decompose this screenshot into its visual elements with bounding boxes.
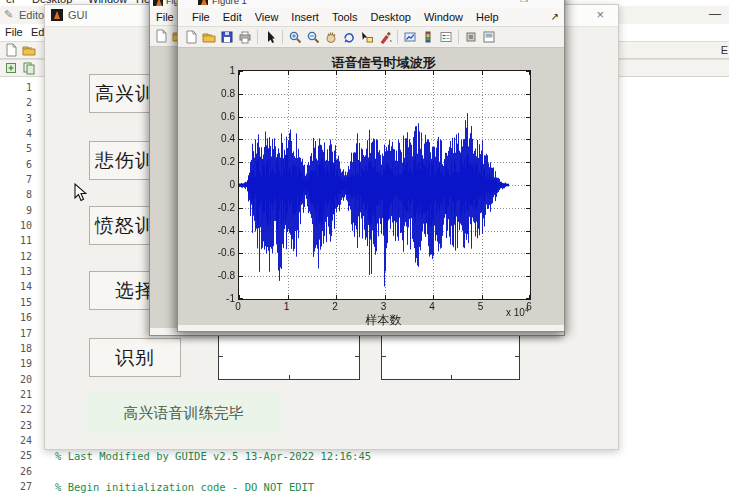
line-number: 13 <box>0 264 38 279</box>
gui-axes-empty-1 <box>218 331 360 380</box>
x-tick-label: 4 <box>422 301 442 312</box>
figure-title: Figure 1 <box>212 0 247 6</box>
line-number: 24 <box>0 433 38 448</box>
line-number: 11 <box>0 233 38 248</box>
maximize-icon[interactable] <box>481 29 497 45</box>
line-number: 27 <box>0 479 38 494</box>
editor-icon: ✎ <box>4 8 13 21</box>
cursor-icon[interactable] <box>262 29 278 45</box>
plot-axes <box>238 70 531 300</box>
matlab-icon <box>51 9 63 21</box>
line-number: 2 <box>0 95 38 110</box>
y-tick-label: -0.8 <box>209 270 235 281</box>
new-section-icon[interactable] <box>3 60 19 76</box>
figure-window: Figure 1 – ❐ FileEditViewInsertToolsDesk… <box>177 0 565 332</box>
status-label: 高兴语音训练完毕 <box>86 393 281 433</box>
data-cursor-icon[interactable] <box>359 29 375 45</box>
line-number: 19 <box>0 356 38 371</box>
line-number: 15 <box>0 295 38 310</box>
code-comment-line-27[interactable]: % Begin initialization code - DO NOT EDI… <box>55 481 314 493</box>
brush-icon[interactable] <box>377 29 393 45</box>
line-number: 18 <box>0 341 38 356</box>
editor-menu-file[interactable]: File <box>5 26 23 38</box>
x-tick-label: 3 <box>374 301 394 312</box>
dock-icon[interactable] <box>463 29 479 45</box>
window-control-icons[interactable]: – ❐ <box>496 0 536 4</box>
waveform-canvas <box>239 71 530 299</box>
y-tick-label: 1 <box>209 65 235 76</box>
overflow-arrow-icon: ↗ <box>551 11 559 22</box>
line-number: 3 <box>0 111 38 126</box>
axis-exponent-label: x 104 <box>506 306 529 318</box>
line-number: 14 <box>0 279 38 294</box>
y-tick-label: 0.4 <box>209 133 235 144</box>
line-number: 6 <box>0 157 38 172</box>
figure-menu-view[interactable]: View <box>255 11 279 23</box>
y-tick-label: -0.2 <box>209 202 235 213</box>
figure-menu-file[interactable]: File <box>192 11 210 23</box>
x-tick-label: 1 <box>277 301 297 312</box>
recognize-button[interactable]: 识别 <box>89 338 181 377</box>
desktop: erDesktopWindowHelp ✎ Editor - — FileEdi… <box>0 0 729 500</box>
pan-icon[interactable] <box>323 29 339 45</box>
line-number: 5 <box>0 141 38 156</box>
minimize-icon[interactable]: — <box>709 7 721 21</box>
print-icon[interactable] <box>237 29 253 45</box>
line-number-gutter: 1234567891011121314151617181920212223242… <box>0 80 38 494</box>
x-tick-label: 5 <box>471 301 491 312</box>
zoom-in-icon[interactable] <box>287 29 303 45</box>
line-number: 8 <box>0 187 38 202</box>
open-folder-icon[interactable] <box>201 29 217 45</box>
figure-menu-tools[interactable]: Tools <box>332 11 358 23</box>
new-file-icon[interactable] <box>183 29 199 45</box>
figure-menu-help[interactable]: Help <box>476 11 499 23</box>
line-number: 4 <box>0 126 38 141</box>
toolbar-separator <box>257 30 258 44</box>
open-folder-icon[interactable] <box>21 42 37 58</box>
y-tick-label: 0.2 <box>209 156 235 167</box>
line-number: 23 <box>0 418 38 433</box>
line-number: 25 <box>0 448 38 463</box>
line-number: 20 <box>0 372 38 387</box>
mouse-cursor-icon <box>73 183 87 203</box>
figure-toolbar <box>178 26 564 48</box>
line-number: 12 <box>0 249 38 264</box>
line-number: 21 <box>0 387 38 402</box>
figure-menu-desktop[interactable]: Desktop <box>371 11 411 23</box>
figure-menubar: FileEditViewInsertToolsDesktopWindowHelp… <box>178 8 564 26</box>
insert-cell-icon[interactable] <box>21 60 37 76</box>
insert-colorbar-icon[interactable] <box>420 29 436 45</box>
save-icon[interactable] <box>219 29 235 45</box>
toolbar-separator <box>282 30 283 44</box>
x-tick-label: 0 <box>228 301 248 312</box>
figure-menu-insert[interactable]: Insert <box>291 11 319 23</box>
figure-menu-edit[interactable]: Edit <box>223 11 242 23</box>
gui-title: GUI <box>68 9 88 21</box>
y-tick-label: 0.6 <box>209 111 235 122</box>
rotate-3d-icon[interactable] <box>341 29 357 45</box>
toolbar-separator <box>397 30 398 44</box>
figure-content: 语音信号时域波形 10.80.60.40.20-0.2-0.4-0.6-0.8-… <box>178 48 564 325</box>
y-tick-label: -0.4 <box>209 225 235 236</box>
zoom-out-icon[interactable] <box>305 29 321 45</box>
figure-titlebar[interactable]: Figure 1 – ❐ <box>178 0 564 8</box>
line-number: 26 <box>0 464 38 479</box>
new-file-icon[interactable] <box>153 28 169 44</box>
gui-axes-empty-2 <box>381 331 520 380</box>
figure-menu-window[interactable]: Window <box>424 11 463 23</box>
close-icon[interactable]: × <box>596 7 604 22</box>
matlab-icon <box>153 0 163 6</box>
toolbar-separator <box>458 30 459 44</box>
link-plots-icon[interactable] <box>402 29 418 45</box>
y-tick-label: 0.8 <box>209 88 235 99</box>
insert-legend-icon[interactable] <box>438 29 454 45</box>
line-number: 17 <box>0 326 38 341</box>
code-comment-line-25[interactable]: % Last Modified by GUIDE v2.5 13-Apr-202… <box>55 450 371 462</box>
main-menu-item-er[interactable]: er <box>6 0 16 5</box>
line-number: 1 <box>0 80 38 95</box>
line-number: 9 <box>0 203 38 218</box>
right-toolbar-button-fragment[interactable]: E <box>721 44 728 56</box>
line-number: 7 <box>0 172 38 187</box>
new-file-icon[interactable] <box>3 42 19 58</box>
matlab-icon <box>198 0 208 5</box>
